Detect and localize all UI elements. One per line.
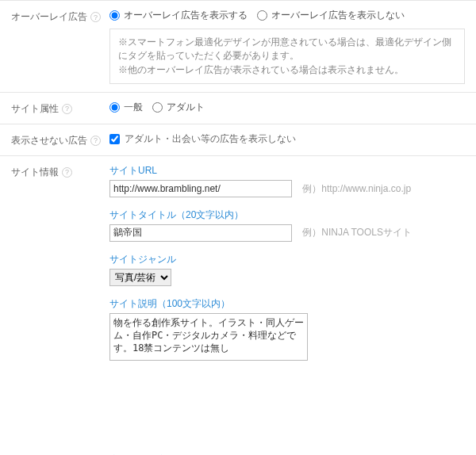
site-title-example: 例）NINJA TOOLSサイト	[302, 227, 412, 238]
overlay-show-option[interactable]: オーバーレイ広告を表示する	[109, 10, 251, 21]
overlay-show-radio[interactable]	[109, 10, 120, 21]
site-url-example: 例）http://www.ninja.co.jp	[302, 183, 411, 194]
site-genre-label: サイトジャンル	[109, 253, 465, 266]
overlay-hide-option[interactable]: オーバーレイ広告を表示しない	[257, 10, 405, 21]
help-icon[interactable]: ?	[62, 104, 72, 114]
hideads-checkbox-label[interactable]: アダルト・出会い等の広告を表示しない	[109, 133, 296, 144]
site-desc-textarea[interactable]	[109, 313, 308, 361]
help-icon[interactable]: ?	[90, 12, 101, 22]
site-title-input[interactable]	[109, 224, 292, 242]
overlay-label: オーバーレイ広告	[11, 10, 87, 24]
hideads-label: 表示させない広告	[11, 134, 87, 147]
site-desc-label: サイト説明（100文字以内）	[109, 297, 465, 311]
overlay-hide-radio[interactable]	[257, 10, 267, 21]
overlay-note: ※スマートフォン最適化デザインが用意されている場合は、最適化デザイン側にタグを貼…	[109, 29, 465, 84]
site-genre-select[interactable]: 写真/芸術	[109, 269, 171, 286]
attr-label: サイト属性	[11, 102, 59, 116]
attr-general-option[interactable]: 一般	[109, 101, 146, 113]
attr-adult-radio[interactable]	[152, 102, 163, 113]
attr-general-radio[interactable]	[109, 102, 120, 113]
help-icon[interactable]: ?	[62, 167, 72, 178]
attr-adult-option[interactable]: アダルト	[152, 101, 205, 113]
site-title-label: サイトタイトル（20文字以内）	[109, 208, 465, 222]
help-icon[interactable]: ?	[90, 136, 101, 146]
site-url-label: サイトURL	[109, 164, 465, 178]
site-url-input[interactable]	[109, 180, 292, 197]
hideads-checkbox[interactable]	[109, 134, 120, 144]
siteinfo-label: サイト情報	[11, 166, 59, 179]
